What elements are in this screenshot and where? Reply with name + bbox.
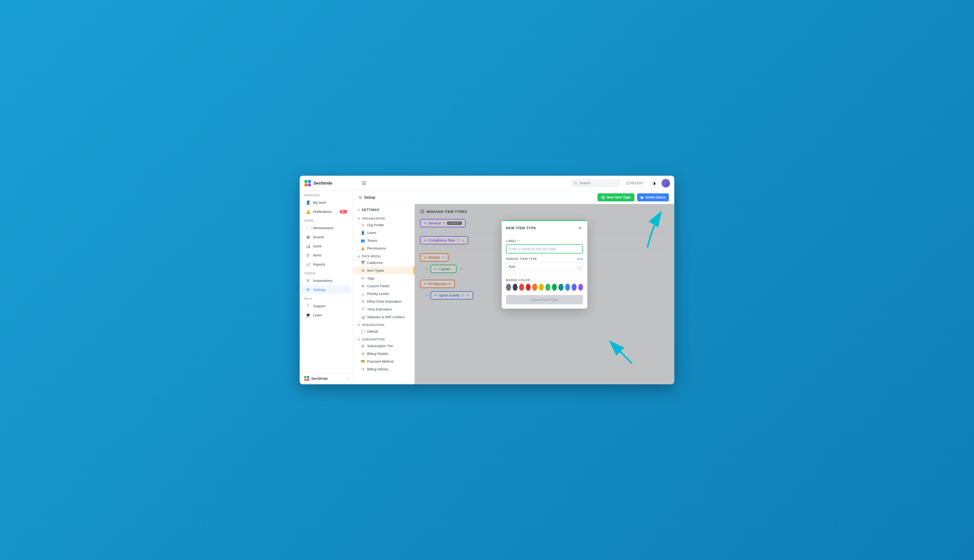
color-swatch-purple[interactable] [578,284,583,291]
sidebar-toggle-button[interactable] [360,179,368,187]
nav-label: Custom Fields [367,284,389,288]
nav-priority-levels[interactable]: △ Priority Levels [353,290,414,298]
nav-label: Priority Levels [367,292,389,296]
modal-close-button[interactable]: ✕ [576,225,583,231]
nav-permissions[interactable]: 🔒 Permissions [353,245,414,252]
invite-users-button[interactable]: ▶ Invite Users [637,193,669,202]
nav-statuses[interactable]: 📊 Statuses & WIP Limiters [353,313,414,321]
color-swatch-red-light[interactable] [519,284,524,291]
theme-toggle-button[interactable]: ◑ [650,179,658,187]
nav-label: Billing History [367,367,388,371]
plus-icon [601,195,605,199]
svg-rect-12 [307,379,309,381]
workstreams-icon: ⋮⋮ [306,226,311,230]
settings-header-icon: ≡ [358,208,360,212]
sidebar-item-support[interactable]: ? Support [301,302,351,310]
sidebar-item-automations[interactable]: ⚙ Automations [301,276,351,285]
color-swatch-blue[interactable] [565,284,570,291]
nav-item-types[interactable]: ⊞ Item Types [353,267,414,274]
data-model-group-label: ▼ DATA MODEL [353,252,414,259]
automations-icon: ⚙ [306,278,311,283]
reports-icon: 📈 [306,262,311,267]
search-input[interactable] [579,181,617,185]
nav-subscription-tier[interactable]: ⊞ Subscription Tier [353,342,414,350]
notifications-badge: 99+ [340,210,347,213]
color-swatch-green[interactable] [545,284,550,291]
color-swatch-yellow[interactable] [539,284,544,291]
parent-type-select[interactable]: Epic Story Task [506,262,583,271]
integrations-label: INTEGRATIONS [362,323,384,327]
nav-label: Tags [367,276,374,280]
sidebar-item-workstreams[interactable]: ⋮⋮ Workstreams [301,223,351,232]
nav-teams[interactable]: 👥 Teams [353,237,414,245]
nav-cadences[interactable]: 📅 Cadences [353,259,414,267]
user-avatar[interactable] [662,179,670,187]
color-swatch-dark-green[interactable] [552,284,557,291]
statuses-icon: 📊 [361,315,365,319]
svg-rect-11 [304,379,306,381]
nav-github[interactable]: ◯ GitHub [353,328,414,335]
nav-label: Cadences [367,261,383,265]
subscription-icon: ⊞ [361,344,365,348]
app-name: DevStride [314,181,332,185]
data-model-arrow: ▼ [358,255,361,258]
color-swatch-orange[interactable] [532,284,537,291]
sidebar-item-settings[interactable]: ⚙ Settings › [301,285,351,294]
sidebar-item-items[interactable]: ⊟ Items [301,251,351,259]
sidebar-item-reports[interactable]: 📈 Reports [301,260,351,268]
annotation-arrow-top [594,204,674,258]
logo-area: DevStride [304,180,358,187]
svg-rect-6 [362,184,366,185]
invite-label: Invite Users [645,195,665,199]
page-title: Setup [364,195,376,200]
create-item-type-button[interactable]: Create Item Type [506,295,583,304]
color-swatch-red[interactable] [526,284,531,291]
nav-org-profile[interactable]: ⊙ Org Profile [353,221,414,229]
sidebar-footer: DevStride › [300,372,353,384]
bell-icon: 🔔 [306,209,311,214]
label-input[interactable] [506,244,583,253]
search-icon [575,181,578,185]
nav-time-estimation[interactable]: ⏱ Time Estimation [353,305,414,313]
new-item-type-button[interactable]: New Item Type [598,193,635,202]
modal-body: LABEL * PARENT ITEM TYPE clear [502,235,587,308]
clear-link[interactable]: clear [576,257,583,260]
modal-overlay[interactable]: NEW ITEM TYPE ✕ LABEL * [415,204,674,384]
sidebar-item-learn[interactable]: 🎓 Learn [301,311,351,319]
color-swatch-teal[interactable] [558,284,563,291]
top-bar-right: RECENT ◑ [571,179,670,187]
color-swatch-indigo[interactable] [571,284,576,291]
payment-icon: 💳 [361,360,365,363]
nav-payment-method[interactable]: 💳 Payment Method [353,358,414,365]
org-arrow: ▼ [358,217,361,220]
effort-icon: ⟳ [361,300,365,303]
new-item-type-modal: NEW ITEM TYPE ✕ LABEL * [502,220,587,308]
nav-tags[interactable]: 🏷 Tags [353,274,414,282]
sidebar-item-notifications[interactable]: 🔔 Notifications 99+ [301,207,351,216]
sidebar-item-my-work[interactable]: 👤 My work [301,198,351,207]
footer-chevron: › [347,376,349,380]
nav-users[interactable]: 👤 Users [353,229,414,237]
color-swatch-dark[interactable] [513,284,518,291]
recent-button[interactable]: RECENT [623,180,647,187]
nav-billing-history[interactable]: ↺ Billing History [353,365,414,373]
sidebar-item-label: Automations [313,279,332,283]
search-box[interactable] [571,179,620,187]
nav-billing-details[interactable]: ⊟ Billing Details [353,350,414,358]
sidebar-item-gantt[interactable]: 📊 Gantt [301,242,351,250]
annotation-arrow-bottom [594,325,648,368]
label-text: LABEL [506,239,517,243]
nav-effort-point[interactable]: ⟳ Effort Point Estimation [353,298,414,305]
main-layout: PERSONAL 👤 My work 🔔 Notifications 99+ V… [300,191,674,384]
subscription-group-label: ▼ SUBSCRIPTION [353,335,414,342]
footer-logo [304,376,309,381]
nav-custom-fields[interactable]: ⊞ Custom Fields [353,282,414,290]
color-swatch-gray[interactable] [506,284,511,291]
data-model-label: DATA MODEL [362,255,382,258]
subscription-arrow: ▼ [358,338,361,341]
sidebar-item-boards[interactable]: ▦ Boards [301,233,351,241]
boards-icon: ▦ [306,235,311,239]
nav-label: GitHub [367,330,378,333]
badge-color-label: BADGE COLOR [506,278,583,282]
nav-label: Effort Point Estimation [367,300,401,303]
